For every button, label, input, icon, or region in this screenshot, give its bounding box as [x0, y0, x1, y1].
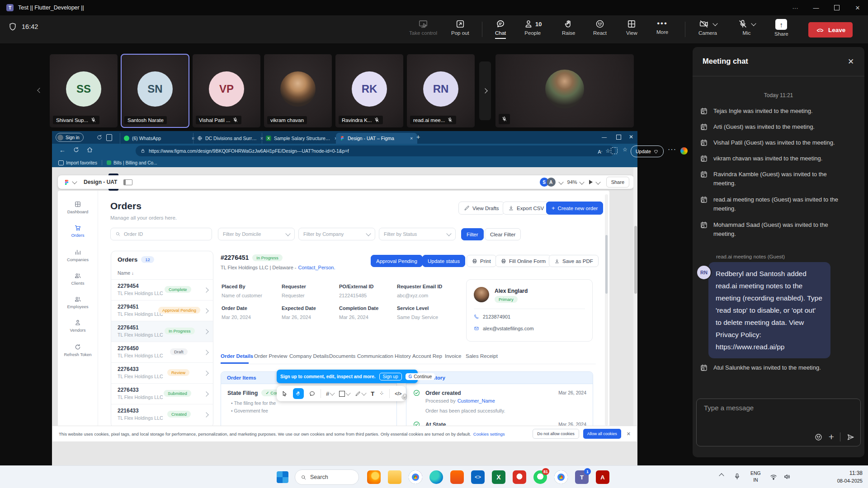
- scrollbar-thumb[interactable]: [605, 235, 608, 294]
- window-more-icon[interactable]: ···: [785, 0, 806, 15]
- create-order-button[interactable]: + Create new order: [546, 202, 603, 215]
- order-row-selected[interactable]: 2276451TL Flex Holdings LLC In Progress: [111, 321, 213, 342]
- browser-home-icon[interactable]: [86, 146, 93, 153]
- chat-button[interactable]: Chat: [495, 19, 506, 39]
- leave-button[interactable]: Leave: [808, 22, 853, 38]
- filter-button[interactable]: Filter: [461, 228, 484, 240]
- favorites-bar-icon[interactable]: ☆: [623, 146, 627, 153]
- tab-order-preview[interactable]: Order Preview: [254, 353, 288, 359]
- present-icon[interactable]: [589, 180, 593, 184]
- tray-mic-icon[interactable]: [733, 473, 741, 480]
- collaborators-chevron-icon[interactable]: [558, 179, 563, 184]
- taskbar-app-brave[interactable]: [450, 470, 464, 484]
- participant-tile-active-speaker[interactable]: SN Santosh Narate: [121, 54, 189, 127]
- browser-close-icon[interactable]: ✕: [629, 134, 633, 140]
- filter-company-select[interactable]: Filter by Company: [298, 228, 375, 240]
- previous-tiles-chevron-icon[interactable]: [37, 88, 42, 93]
- browser-tab-search-icon[interactable]: [106, 134, 112, 141]
- copilot-icon[interactable]: [680, 147, 688, 155]
- favorite-star-icon[interactable]: ☆: [605, 148, 610, 154]
- pop-out-button[interactable]: Pop out: [451, 19, 469, 36]
- tab-documents[interactable]: Documents: [329, 353, 355, 359]
- contact-email[interactable]: alex@vstatefilings.com: [483, 326, 534, 331]
- taskbar-app-teams[interactable]: T 1: [575, 470, 589, 484]
- figma-doc-title[interactable]: Design - UAT: [84, 179, 117, 185]
- clear-filter-button[interactable]: Clear Filter: [485, 228, 521, 240]
- window-close-button[interactable]: ✕: [847, 0, 868, 15]
- tray-speaker-icon[interactable]: [783, 473, 791, 481]
- tab-close-icon[interactable]: ×: [409, 136, 414, 141]
- page-scrollbar-thumb[interactable]: [634, 226, 637, 294]
- browser-tab-salary-sheet[interactable]: X Sample Salary Structure with calc ×: [262, 133, 342, 144]
- contact-person-link[interactable]: Contact_Person.: [298, 265, 335, 270]
- taskbar-app-firefox[interactable]: [367, 470, 381, 484]
- view-button[interactable]: View: [626, 19, 637, 36]
- tab-order-details[interactable]: Order Details: [221, 353, 253, 359]
- participant-tile[interactable]: RN read.ai mee...: [407, 54, 475, 127]
- browser-signin-button[interactable]: Sign in: [56, 133, 84, 142]
- browser-back-icon[interactable]: ←: [59, 146, 66, 154]
- page-scrollbar[interactable]: [633, 167, 637, 426]
- fill-online-form-button[interactable]: Fill Online Form: [495, 255, 551, 267]
- browser-tab-figma-active[interactable]: Design - UAT – Figma ×: [336, 133, 417, 144]
- taskbar-app-chrome-profile[interactable]: [554, 470, 568, 484]
- move-tool-icon[interactable]: [281, 390, 288, 397]
- collaborator-avatar[interactable]: A: [547, 178, 556, 187]
- shape-tool-icon[interactable]: [339, 391, 350, 397]
- order-row[interactable]: 2276450TL Flex Holdings LLC Draft: [111, 342, 213, 363]
- participant-tile[interactable]: vikram chavan: [264, 54, 332, 127]
- pen-tool-icon[interactable]: [355, 391, 366, 397]
- share-button[interactable]: ↑ Share: [774, 19, 788, 37]
- figma-zoom-level[interactable]: 94%: [567, 179, 577, 185]
- more-button[interactable]: ••• More: [656, 19, 668, 35]
- emoji-icon[interactable]: [814, 433, 823, 441]
- order-id-search-input[interactable]: Order ID: [110, 228, 212, 240]
- taskbar-app-edge[interactable]: [429, 470, 443, 484]
- chat-input-box[interactable]: +: [696, 399, 861, 446]
- filter-status-select[interactable]: Filter by Status: [379, 228, 456, 240]
- list-column-header[interactable]: Name ↓: [118, 270, 134, 276]
- frame-tool-icon[interactable]: #: [326, 390, 334, 397]
- window-maximize-button[interactable]: [826, 0, 847, 15]
- tray-hidden-icons-chevron[interactable]: [719, 473, 724, 478]
- tray-language-indicator[interactable]: ENGIN: [750, 470, 761, 483]
- figma-menu-chevron-icon[interactable]: [72, 179, 77, 184]
- resources-tool-icon[interactable]: ⁘: [379, 390, 384, 397]
- tab-communication-history[interactable]: Communication History: [357, 353, 411, 359]
- bookmark-import-favorites[interactable]: Import favorites: [58, 160, 97, 165]
- google-continue-button[interactable]: G Continue: [406, 373, 435, 380]
- signup-button[interactable]: Sign up: [379, 373, 402, 380]
- deny-cookies-button[interactable]: Do not allow cookies: [533, 429, 579, 439]
- app-scrollbar[interactable]: [605, 194, 608, 426]
- participant-tile[interactable]: VP Vishal Patil ...: [193, 54, 260, 127]
- taskbar-app-excel[interactable]: X: [492, 470, 505, 484]
- send-icon[interactable]: [846, 433, 855, 441]
- cookie-close-icon[interactable]: ✕: [627, 431, 631, 437]
- allow-cookies-button[interactable]: Allow all cookies: [583, 429, 621, 439]
- taskbar-app-acrobat[interactable]: A: [596, 470, 609, 484]
- print-button[interactable]: Print: [467, 255, 496, 267]
- tab-invoice[interactable]: Invoice: [445, 353, 461, 359]
- window-minimize-button[interactable]: —: [806, 0, 826, 15]
- figma-logo-icon[interactable]: [63, 179, 70, 186]
- order-row[interactable]: 2276433TL Flex Holdings LLC Submitted: [111, 383, 213, 404]
- order-row[interactable]: 2276433TL Flex Holdings LLC Review: [111, 362, 213, 384]
- sidebar-item-companies[interactable]: Companies: [58, 249, 98, 262]
- figma-panel-icon[interactable]: [123, 179, 132, 185]
- taskbar-search-box[interactable]: Search: [295, 469, 359, 485]
- browser-workspaces-icon[interactable]: [96, 134, 103, 141]
- browser-refresh-icon[interactable]: [73, 146, 80, 153]
- customer-name-link[interactable]: Customer_Name: [458, 398, 495, 404]
- taskbar-app-opera[interactable]: [513, 470, 526, 484]
- extensions-icon[interactable]: [611, 147, 618, 154]
- people-button[interactable]: 10 People: [524, 19, 542, 36]
- browser-menu-icon[interactable]: ···: [668, 145, 676, 154]
- zoom-chevron-icon[interactable]: [579, 179, 584, 184]
- order-row[interactable]: 2279454TL Flex Holdings LLC Complete: [111, 279, 213, 300]
- comment-tool-icon[interactable]: [309, 390, 316, 397]
- export-csv-button[interactable]: Export CSV: [503, 202, 549, 215]
- save-as-pdf-button[interactable]: Save as PDF: [549, 255, 599, 267]
- browser-tab-whatsapp[interactable]: (6) WhatsApp ×: [120, 133, 199, 144]
- view-drafts-button[interactable]: View Drafts: [458, 202, 505, 215]
- hand-tool-icon-active[interactable]: [293, 388, 304, 399]
